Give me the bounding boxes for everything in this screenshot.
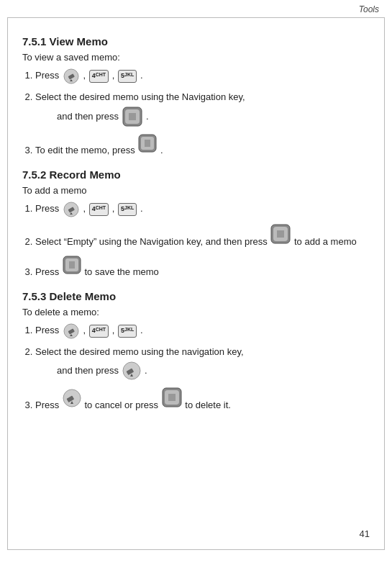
pencil-icon-1 xyxy=(63,68,79,84)
nav-key-5jkl-3: 5JKL xyxy=(118,325,137,338)
add-icon-1 xyxy=(270,223,291,245)
svg-marker-5 xyxy=(129,113,136,120)
step-752-1: Press , 4CHT , 5JKL . xyxy=(35,202,370,217)
step-751-1: Press , 4CHT , 5JKL . xyxy=(35,68,370,84)
section-title-753: 7.5.3 Delete Memo xyxy=(22,290,370,302)
step-753-1: Press , 4CHT , 5JKL . xyxy=(35,323,370,339)
page-content: 7.5.1 View Memo To view a saved memo: Pr… xyxy=(7,17,385,550)
nav-key-4cht: 4CHT xyxy=(89,70,109,83)
select-btn-icon-1 xyxy=(122,106,143,127)
page-header: Tools xyxy=(0,0,392,16)
step-751-2: Select the desired memo using the Naviga… xyxy=(35,90,370,127)
step-753-3: Press to cancel or press to delete it. xyxy=(35,387,370,413)
delete-icon-1 xyxy=(161,387,183,408)
step-752-3: Press to save the memo xyxy=(35,255,370,279)
cancel-icon-1 xyxy=(62,388,82,408)
steps-list-753: Press , 4CHT , 5JKL . Select the desired… xyxy=(35,323,370,412)
svg-marker-17 xyxy=(69,261,75,269)
step-751-1-text: Press xyxy=(35,70,62,81)
svg-marker-14 xyxy=(277,230,284,238)
pencil-icon-2 xyxy=(63,202,79,217)
nav-key-4cht-2: 4CHT xyxy=(89,203,109,216)
step-753-2-indent: and then press . xyxy=(35,361,370,381)
step-751-3: To edit the memo, press . xyxy=(35,133,370,158)
nav-key-5jkl: 5JKL xyxy=(118,70,137,83)
step-753-2: Select the desired memo using the naviga… xyxy=(35,345,370,381)
steps-list-751: Press , 4CHT , 5JKL . Select the desired… xyxy=(35,68,370,157)
section-title-751: 7.5.1 View Memo xyxy=(22,35,370,48)
edit-icon-1 xyxy=(137,133,158,153)
nav-key-4cht-3: 4CHT xyxy=(89,325,109,338)
page-number: 41 xyxy=(360,528,370,539)
section-intro-752: To add a memo xyxy=(22,185,370,196)
step-751-2-indent: and then press . xyxy=(35,106,370,127)
save-icon-1 xyxy=(62,255,82,275)
section-title-752: 7.5.2 Record Memo xyxy=(22,168,370,181)
svg-marker-8 xyxy=(145,140,150,147)
select-btn-icon-3 xyxy=(122,361,142,381)
steps-list-752: Press , 4CHT , 5JKL . Select “Empty” usi… xyxy=(35,202,370,279)
step-752-2: Select “Empty” using the Navigation key,… xyxy=(35,223,370,249)
nav-key-5jkl-2: 5JKL xyxy=(118,203,137,216)
section-intro-751: To view a saved memo: xyxy=(22,52,370,63)
pencil-icon-3 xyxy=(63,323,79,339)
section-intro-753: To delete a memo: xyxy=(22,307,370,317)
svg-marker-29 xyxy=(168,394,176,401)
